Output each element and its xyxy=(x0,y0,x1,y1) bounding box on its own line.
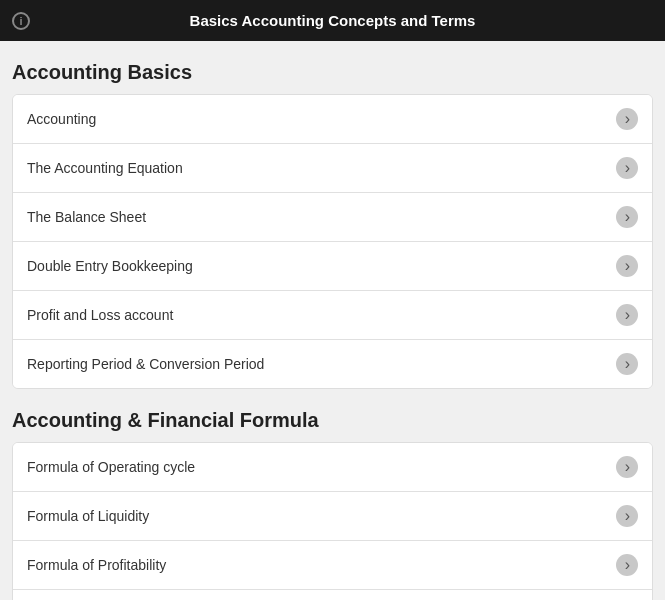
chevron-right-icon xyxy=(616,456,638,478)
list-item-label: Profit and Loss account xyxy=(27,307,173,323)
list-item-label: Double Entry Bookkeeping xyxy=(27,258,193,274)
section-title-accounting-basics: Accounting Basics xyxy=(12,61,653,84)
list-item-label: Formula of Operating cycle xyxy=(27,459,195,475)
list-item-operating-cycle[interactable]: Formula of Operating cycle xyxy=(13,443,652,492)
section-financial-formula: Accounting & Financial Formula Formula o… xyxy=(12,409,653,600)
list-item-label: Reporting Period & Conversion Period xyxy=(27,356,264,372)
chevron-right-icon xyxy=(616,554,638,576)
list-item-accounting[interactable]: Accounting xyxy=(13,95,652,144)
list-item-profit-loss[interactable]: Profit and Loss account xyxy=(13,291,652,340)
financial-formula-list: Formula of Operating cycle Formula of Li… xyxy=(12,442,653,600)
list-item-label: Accounting xyxy=(27,111,96,127)
list-item-label: Formula of Liquidity xyxy=(27,508,149,524)
list-item-liquidity[interactable]: Formula of Liquidity xyxy=(13,492,652,541)
list-item-profitability[interactable]: Formula of Profitability xyxy=(13,541,652,590)
chevron-right-icon xyxy=(616,206,638,228)
list-item-label: The Balance Sheet xyxy=(27,209,146,225)
list-item-label: The Accounting Equation xyxy=(27,160,183,176)
chevron-right-icon xyxy=(616,255,638,277)
header-title: Basics Accounting Concepts and Terms xyxy=(190,12,476,29)
list-item-reporting-period[interactable]: Reporting Period & Conversion Period xyxy=(13,340,652,388)
list-item-accounting-equation[interactable]: The Accounting Equation xyxy=(13,144,652,193)
chevron-right-icon xyxy=(616,304,638,326)
app-header: i Basics Accounting Concepts and Terms xyxy=(0,0,665,41)
chevron-right-icon xyxy=(616,505,638,527)
chevron-right-icon xyxy=(616,157,638,179)
info-icon[interactable]: i xyxy=(12,12,30,30)
list-item-double-entry[interactable]: Double Entry Bookkeeping xyxy=(13,242,652,291)
main-content: Accounting Basics Accounting The Account… xyxy=(0,41,665,600)
section-title-financial-formula: Accounting & Financial Formula xyxy=(12,409,653,432)
accounting-basics-list: Accounting The Accounting Equation The B… xyxy=(12,94,653,389)
section-accounting-basics: Accounting Basics Accounting The Account… xyxy=(12,61,653,389)
list-item-label: Formula of Profitability xyxy=(27,557,166,573)
list-item-balance-sheet[interactable]: The Balance Sheet xyxy=(13,193,652,242)
list-item-activity[interactable]: Formula of Activity xyxy=(13,590,652,600)
chevron-right-icon xyxy=(616,108,638,130)
chevron-right-icon xyxy=(616,353,638,375)
